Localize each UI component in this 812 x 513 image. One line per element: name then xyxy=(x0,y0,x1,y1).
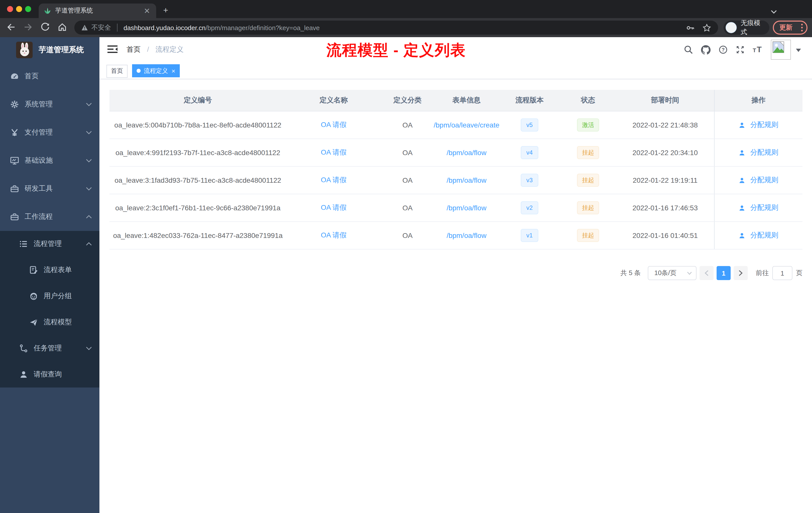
incognito-chip[interactable]: 无痕模式 xyxy=(724,21,769,35)
assign-rule-link[interactable]: 分配规则 xyxy=(739,120,778,129)
fullscreen-icon[interactable] xyxy=(736,45,745,54)
status-badge: 挂起 xyxy=(577,229,599,242)
monitor-icon xyxy=(10,156,19,165)
screenshot-root: 芋道管理系统 ✕ + 不安全 xyxy=(0,0,812,513)
update-button[interactable]: 更新 xyxy=(773,21,808,35)
toolbox-icon xyxy=(10,184,19,193)
home-icon[interactable] xyxy=(57,22,67,32)
sidebar-item-label: 流程表单 xyxy=(44,266,72,275)
favicon-plant-icon xyxy=(44,7,51,14)
tag-close-icon[interactable]: × xyxy=(172,67,175,74)
browser-nav-icons xyxy=(6,22,67,32)
table-header: 定义编号 定义名称 定义分类 表单信息 流程版本 状态 部署时间 操作 xyxy=(110,90,803,112)
form-link[interactable]: /bpm/oa/flow xyxy=(447,204,487,212)
browser-tab[interactable]: 芋道管理系统 ✕ xyxy=(39,3,156,18)
cell-version: v1 xyxy=(499,222,560,249)
goto-page-input[interactable] xyxy=(772,266,792,280)
sidebar-item-process-model[interactable]: 流程模型 xyxy=(0,309,99,335)
cell-status: 挂起 xyxy=(560,167,616,194)
back-icon[interactable] xyxy=(6,22,16,32)
form-link[interactable]: /bpm/oa/leave/create xyxy=(434,121,499,129)
tag-process-definition[interactable]: 流程定义 × xyxy=(132,64,180,77)
definition-name-link[interactable]: OA 请假 xyxy=(321,176,347,185)
font-size-icon[interactable]: TT xyxy=(753,45,763,54)
definition-name-link[interactable]: OA 请假 xyxy=(321,203,347,212)
table-body: oa_leave:5:004b710b-7b8a-11ec-8ef0-acde4… xyxy=(110,112,803,249)
column-header-definition-id: 定义编号 xyxy=(110,90,286,111)
sidebar-collapse-icon[interactable] xyxy=(108,45,117,56)
next-page-button[interactable] xyxy=(734,266,748,280)
sidebar-logo[interactable]: 芋道管理系统 xyxy=(0,37,99,62)
sidebar-item-leave-query[interactable]: 请假查询 xyxy=(0,361,99,388)
chevron-down-icon xyxy=(86,187,92,191)
cell-definition-name: OA 请假 xyxy=(286,194,381,221)
sidebar-item-task-management[interactable]: 任务管理 xyxy=(0,335,99,361)
assign-rule-link[interactable]: 分配规则 xyxy=(739,231,778,240)
traffic-light-close[interactable] xyxy=(7,6,13,12)
avatar[interactable] xyxy=(771,40,791,60)
tag-label: 流程定义 xyxy=(144,66,168,75)
sidebar-item-system[interactable]: 系统管理 xyxy=(0,90,99,118)
sidebar-item-workflow[interactable]: 工作流程 xyxy=(0,203,99,231)
search-icon[interactable] xyxy=(684,45,693,54)
definition-name-link[interactable]: OA 请假 xyxy=(321,231,347,240)
cell-definition-name: OA 请假 xyxy=(286,167,381,194)
prev-page-button[interactable] xyxy=(699,266,714,280)
version-badge: v1 xyxy=(521,229,538,242)
incognito-label: 无痕模式 xyxy=(741,19,764,37)
breadcrumb-home[interactable]: 首页 xyxy=(126,45,141,53)
avatar-caret-down-icon[interactable] xyxy=(796,45,801,54)
form-link[interactable]: /bpm/oa/flow xyxy=(447,232,487,239)
definition-table: 定义编号 定义名称 定义分类 表单信息 流程版本 状态 部署时间 操作 oa_l… xyxy=(110,90,803,249)
cell-form-info: /bpm/oa/flow xyxy=(434,194,499,221)
node-tree-icon xyxy=(19,344,28,353)
definition-name-link[interactable]: OA 请假 xyxy=(321,148,347,157)
assign-user-icon xyxy=(739,122,748,128)
table-row: oa_leave:4:991f2193-7b7f-11ec-a3c8-acde4… xyxy=(110,139,803,167)
cell-actions: 分配规则 xyxy=(714,194,803,221)
tab-search-chevron-icon[interactable] xyxy=(771,7,777,16)
tag-home[interactable]: 首页 xyxy=(107,64,127,78)
forward-icon[interactable] xyxy=(23,22,33,32)
briefcase-icon xyxy=(10,212,19,221)
sidebar-item-process-management[interactable]: 流程管理 xyxy=(0,231,99,257)
help-icon[interactable]: ? xyxy=(719,45,728,54)
sidebar-item-process-form[interactable]: 流程表单 xyxy=(0,257,99,283)
version-badge: v4 xyxy=(521,146,538,159)
sidebar-item-payment[interactable]: 支付管理 xyxy=(0,118,99,147)
page-number-button[interactable]: 1 xyxy=(717,266,731,280)
assign-rule-link[interactable]: 分配规则 xyxy=(739,148,778,157)
sidebar-item-label: 流程管理 xyxy=(34,239,62,248)
security-label[interactable]: 不安全 xyxy=(91,23,111,32)
form-link[interactable]: /bpm/oa/flow xyxy=(447,176,487,184)
address-bar[interactable]: 不安全 dashboard.yudao.iocoder.cn/bpm/manag… xyxy=(74,21,718,35)
sidebar-item-infrastructure[interactable]: 基础设施 xyxy=(0,147,99,175)
bookmark-star-icon[interactable] xyxy=(702,23,711,32)
broken-image-icon xyxy=(772,41,784,53)
traffic-light-minimize[interactable] xyxy=(16,6,22,12)
cell-form-info: /bpm/oa/leave/create xyxy=(434,112,499,139)
navbar-right-icons: ? TT xyxy=(684,37,801,62)
assign-rule-link[interactable]: 分配规则 xyxy=(739,203,778,212)
browser-menu-dots-icon[interactable] xyxy=(801,24,803,32)
active-tag-dot xyxy=(137,69,141,73)
sidebar-item-label: 首页 xyxy=(25,72,39,81)
form-link[interactable]: /bpm/oa/flow xyxy=(447,149,487,157)
assign-rule-link[interactable]: 分配规则 xyxy=(739,176,778,185)
reload-icon[interactable] xyxy=(40,22,50,32)
traffic-light-zoom[interactable] xyxy=(25,6,31,12)
sidebar-item-home[interactable]: 首页 xyxy=(0,62,99,90)
page-size-select[interactable]: 10条/页 xyxy=(648,266,696,280)
password-key-icon[interactable] xyxy=(686,23,695,32)
tab-title: 芋道管理系统 xyxy=(55,6,143,15)
sidebar-item-user-group[interactable]: 用户分组 xyxy=(0,283,99,309)
sidebar-item-dev-tools[interactable]: 研发工具 xyxy=(0,175,99,203)
github-icon[interactable] xyxy=(701,45,710,55)
definition-name-link[interactable]: OA 请假 xyxy=(321,120,347,129)
cell-definition-name: OA 请假 xyxy=(286,222,381,249)
security-warning-icon[interactable] xyxy=(81,25,88,31)
new-tab-button[interactable]: + xyxy=(163,5,168,16)
cell-status: 挂起 xyxy=(560,194,616,221)
tab-close-icon[interactable]: ✕ xyxy=(143,7,151,14)
column-header-form-info: 表单信息 xyxy=(434,90,499,111)
